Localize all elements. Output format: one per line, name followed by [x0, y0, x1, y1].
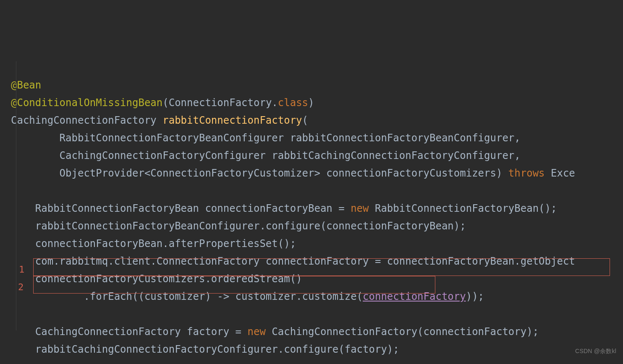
type-connectionfactory: ConnectionFactory: [169, 97, 272, 109]
line-foreach-b: ));: [466, 291, 484, 302]
return-type: CachingConnectionFactory: [11, 114, 162, 126]
code-block[interactable]: @Bean @ConditionalOnMissingBean(Connecti…: [0, 70, 623, 364]
keyword-throws: throws: [508, 167, 545, 179]
annotation-bean: @Bean: [11, 79, 41, 91]
keyword-class: class: [278, 97, 308, 109]
dot: .: [272, 97, 277, 109]
line-new-bean-a: RabbitConnectionFactoryBean connectionFa…: [11, 203, 351, 214]
param-2: CachingConnectionFactoryConfigurer rabbi…: [11, 150, 521, 161]
line-factory-b: CachingConnectionFactory(connectionFacto…: [266, 326, 539, 338]
keyword-new-2: new: [248, 326, 266, 338]
annotation-conditional: @ConditionalOnMissingBean: [11, 97, 162, 109]
line-afterprops: connectionFactoryBean.afterPropertiesSet…: [11, 238, 296, 250]
line-foreach-a: .forEach((customizer) -> customizer.cust…: [11, 291, 363, 302]
keyword-new-1: new: [351, 203, 369, 214]
code-editor-pane: @Bean @ConditionalOnMissingBean(Connecti…: [0, 0, 623, 364]
method-name: rabbitConnectionFactory: [162, 114, 302, 126]
param-1: RabbitConnectionFactoryBeanConfigurer ra…: [11, 132, 521, 144]
line-configure-bean: rabbitConnectionFactoryBeanConfigurer.co…: [11, 220, 466, 232]
link-connectionfactory[interactable]: connectionFactory: [363, 291, 466, 302]
line-getobject: com.rabbitmq.client.ConnectionFactory co…: [11, 255, 575, 267]
line-configure-factory: rabbitCachingConnectionFactoryConfigurer…: [11, 343, 399, 355]
line-new-bean-b: RabbitConnectionFactoryBean();: [369, 203, 557, 214]
paren: ): [308, 97, 314, 109]
paren: (: [162, 97, 168, 109]
watermark-text: CSDN @余数kl: [575, 342, 616, 360]
line-factory-a: CachingConnectionFactory factory =: [11, 326, 248, 338]
param-3a: ObjectProvider<ConnectionFactoryCustomiz…: [11, 167, 508, 179]
param-3b: Exce: [545, 167, 575, 179]
line-orderedstream: connectionFactoryCustomizers.orderedStre…: [11, 273, 302, 285]
annotation-number-2: 2: [18, 278, 24, 296]
annotation-number-1: 1: [19, 261, 24, 278]
paren: (: [302, 114, 308, 126]
